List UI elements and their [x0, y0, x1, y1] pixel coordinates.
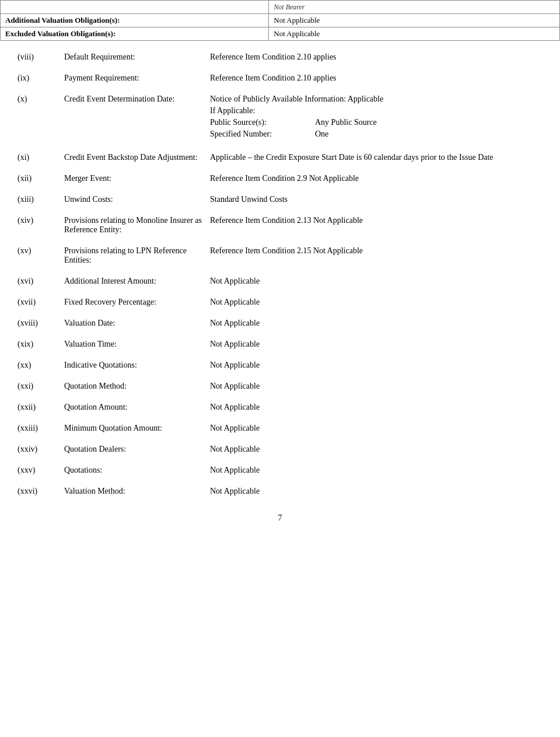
row-xxiii: (xxiii) Minimum Quotation Amount: Not Ap…	[18, 418, 542, 439]
row-label-xxv: Quotations:	[64, 466, 210, 475]
row-value-xxi: Not Applicable	[210, 382, 542, 391]
row-label-xxvi: Valuation Method:	[64, 487, 210, 496]
row-value-xi: Applicable – the Credit Exposure Start D…	[210, 153, 542, 162]
row-label-xviii: Valuation Date:	[64, 319, 210, 328]
row-num-xi: (xi)	[18, 153, 64, 162]
row-value-x: Notice of Publicly Available Information…	[210, 95, 542, 141]
row-num-xii: (xii)	[18, 174, 64, 183]
row-label-xxiii: Minimum Quotation Amount:	[64, 424, 210, 433]
row-num-ix: (ix)	[18, 74, 64, 83]
row-num-xx: (xx)	[18, 361, 64, 370]
row-label-xiv: Provisions relating to Monoline Insurer …	[64, 216, 210, 235]
row-num-xiii: (xiii)	[18, 195, 64, 204]
specified-number-row: Specified Number: One	[210, 130, 542, 139]
row-xvi: (xvi) Additional Interest Amount: Not Ap…	[18, 271, 542, 292]
row-num-xxiii: (xxiii)	[18, 424, 64, 433]
header-table: Not Bearer Additional Valuation Obligati…	[0, 0, 560, 41]
row-xiv: (xiv) Provisions relating to Monoline In…	[18, 210, 542, 240]
specified-number-value: One	[315, 130, 328, 139]
row-xii: (xii) Merger Event: Reference Item Condi…	[18, 168, 542, 189]
row-xxi: (xxi) Quotation Method: Not Applicable	[18, 376, 542, 397]
row-label-xxii: Quotation Amount:	[64, 403, 210, 412]
public-sources-row: Public Source(s): Any Public Source	[210, 118, 542, 127]
row-xix: (xix) Valuation Time: Not Applicable	[18, 334, 542, 355]
row-label-xii: Merger Event:	[64, 174, 210, 183]
row-xv: (xv) Provisions relating to LPN Referenc…	[18, 240, 542, 271]
row-value-viii: Reference Item Condition 2.10 applies	[210, 53, 542, 62]
row-num-xxi: (xxi)	[18, 382, 64, 391]
row-label-xvi: Additional Interest Amount:	[64, 277, 210, 286]
row-num-x: (x)	[18, 95, 64, 141]
row-xvii: (xvii) Fixed Recovery Percentage: Not Ap…	[18, 292, 542, 313]
row-value-xiii: Standard Unwind Costs	[210, 195, 542, 204]
row-label-ix: Payment Requirement:	[64, 74, 210, 83]
row-num-xxii: (xxii)	[18, 403, 64, 412]
additional-valuation-value: Not Applicable	[274, 16, 320, 25]
row-num-xxiv: (xxiv)	[18, 445, 64, 454]
row-xxiv: (xxiv) Quotation Dealers: Not Applicable	[18, 439, 542, 460]
row-value-ix: Reference Item Condition 2.10 applies	[210, 74, 542, 83]
if-applicable-line: If Applicable:	[210, 106, 542, 116]
row-num-xvii: (xvii)	[18, 298, 64, 307]
row-label-xi: Credit Event Backstop Date Adjustment:	[64, 153, 210, 162]
bearer-label: Not Bearer	[274, 3, 304, 11]
page-number: 7	[18, 502, 542, 529]
additional-valuation-label: Additional Valuation Obligation(s):	[5, 16, 120, 25]
row-value-xxiv: Not Applicable	[210, 445, 542, 454]
specified-number-label: Specified Number:	[210, 130, 315, 139]
excluded-valuation-value: Not Applicable	[274, 29, 320, 38]
row-num-xvi: (xvi)	[18, 277, 64, 286]
row-xiii: (xiii) Unwind Costs: Standard Unwind Cos…	[18, 189, 542, 210]
row-label-xxiv: Quotation Dealers:	[64, 445, 210, 454]
row-value-xxvi: Not Applicable	[210, 487, 542, 496]
row-value-xv: Reference Item Condition 2.15 Not Applic…	[210, 246, 542, 265]
notice-line: Notice of Publicly Available Information…	[210, 95, 542, 104]
row-xxv: (xxv) Quotations: Not Applicable	[18, 460, 542, 481]
row-xi: (xi) Credit Event Backstop Date Adjustme…	[18, 147, 542, 168]
row-label-x: Credit Event Determination Date:	[64, 95, 210, 141]
row-label-xx: Indicative Quotations:	[64, 361, 210, 370]
excluded-valuation-label: Excluded Valuation Obligation(s):	[5, 29, 116, 38]
row-num-xiv: (xiv)	[18, 216, 64, 235]
row-num-viii: (viii)	[18, 53, 64, 62]
row-value-xvi: Not Applicable	[210, 277, 542, 286]
row-xxii: (xxii) Quotation Amount: Not Applicable	[18, 397, 542, 418]
row-num-xv: (xv)	[18, 246, 64, 265]
row-value-xiv: Reference Item Condition 2.13 Not Applic…	[210, 216, 542, 235]
row-viii: (viii) Default Requirement: Reference It…	[18, 47, 542, 68]
row-ix: (ix) Payment Requirement: Reference Item…	[18, 68, 542, 89]
row-value-xviii: Not Applicable	[210, 319, 542, 328]
public-sources-label: Public Source(s):	[210, 118, 315, 127]
row-xviii: (xviii) Valuation Date: Not Applicable	[18, 313, 542, 334]
row-value-xix: Not Applicable	[210, 340, 542, 349]
row-label-xiii: Unwind Costs:	[64, 195, 210, 204]
public-sources-value: Any Public Source	[315, 118, 377, 127]
row-num-xxvi: (xxvi)	[18, 487, 64, 496]
row-num-xix: (xix)	[18, 340, 64, 349]
row-label-viii: Default Requirement:	[64, 53, 210, 62]
row-xx: (xx) Indicative Quotations: Not Applicab…	[18, 355, 542, 376]
row-num-xxv: (xxv)	[18, 466, 64, 475]
row-label-xix: Valuation Time:	[64, 340, 210, 349]
row-value-xxii: Not Applicable	[210, 403, 542, 412]
row-value-xii: Reference Item Condition 2.9 Not Applica…	[210, 174, 542, 183]
row-num-xviii: (xviii)	[18, 319, 64, 328]
row-value-xx: Not Applicable	[210, 361, 542, 370]
row-label-xxi: Quotation Method:	[64, 382, 210, 391]
row-label-xv: Provisions relating to LPN Reference Ent…	[64, 246, 210, 265]
row-x: (x) Credit Event Determination Date: Not…	[18, 89, 542, 147]
row-xxvi: (xxvi) Valuation Method: Not Applicable	[18, 481, 542, 502]
row-label-xvii: Fixed Recovery Percentage:	[64, 298, 210, 307]
main-content: (viii) Default Requirement: Reference It…	[0, 41, 560, 546]
row-value-xvii: Not Applicable	[210, 298, 542, 307]
row-value-xxiii: Not Applicable	[210, 424, 542, 433]
row-value-xxv: Not Applicable	[210, 466, 542, 475]
